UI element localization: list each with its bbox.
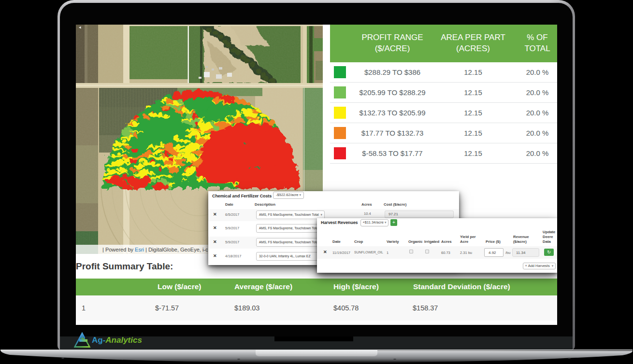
svg-text:| Powered by Esri | DigitalGlo: | Powered by Esri | DigitalGlobe, GeoEye… [102,247,217,252]
